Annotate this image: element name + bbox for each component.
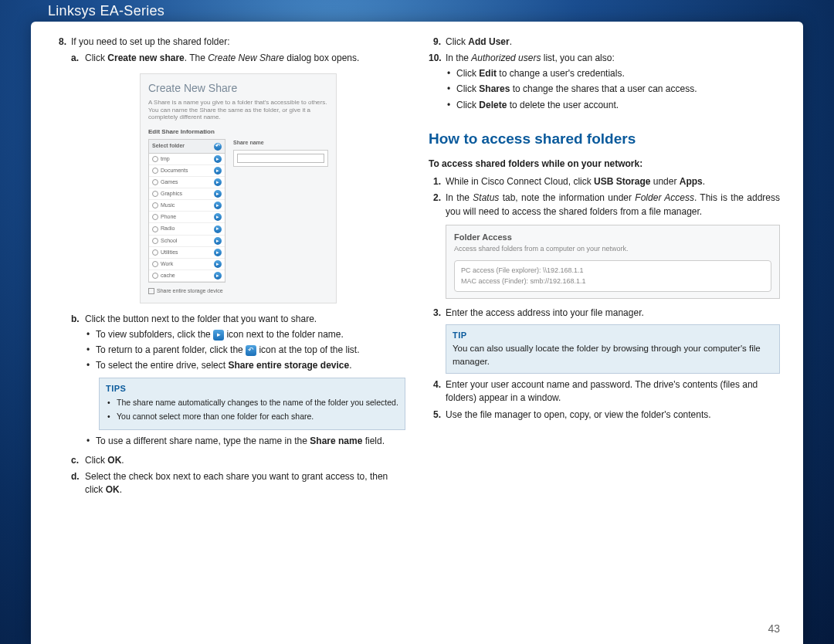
bullet-text: To select the entire drive, select — [96, 360, 228, 371]
parent-folder-icon: ↶ — [246, 345, 256, 356]
section-intro: To access shared folders while on your n… — [429, 158, 780, 171]
step-2-number: 2. — [429, 192, 446, 219]
step-1-number: 1. — [429, 175, 446, 188]
step-10-post: list, you can also: — [541, 53, 614, 63]
dialog-title: Create New Share — [148, 80, 328, 96]
bullet-text: to change the shares that a user can acc… — [510, 83, 697, 94]
document-page: 8. If you need to set up the shared fold… — [31, 22, 803, 644]
bullet-text: Click — [456, 68, 479, 79]
share-entire-checkbox — [148, 288, 154, 294]
expand-icon: ▸ — [214, 178, 222, 186]
step-8c-pre: Click — [85, 455, 107, 466]
page-header: Linksys EA-Series — [48, 3, 164, 19]
step-8a-number: a. — [71, 52, 85, 65]
s3-text: Enter the access address into your file … — [446, 307, 780, 320]
bullet-bold: Delete — [479, 100, 507, 110]
folder-access-box: Folder Access Access shared folders from… — [446, 225, 780, 299]
step-8a-italic: Create New Share — [208, 53, 284, 63]
bullet-bold: Edit — [479, 68, 497, 79]
s5-text: Use the file manager to open, copy, or v… — [446, 408, 780, 422]
bullet-bold: Share name — [310, 436, 362, 446]
step-10-pre: In the — [446, 53, 471, 63]
step-3-number: 3. — [429, 307, 446, 320]
folder-table: Select folder ↶ tmp▸ Documents▸ Games▸ G… — [148, 139, 225, 283]
right-column: 9. Click Add User. 10. In the Authorized… — [429, 36, 780, 629]
expand-icon: ▸ — [214, 213, 222, 221]
subfolder-icon: ▸ — [213, 330, 224, 341]
pc-access: PC access (File explorer): \\192.168.1.1 — [461, 266, 764, 276]
bullet-text: to delete the user account. — [507, 100, 619, 110]
folder-row: Radio — [161, 225, 175, 232]
bullet-text: To view subfolders, click the — [96, 329, 213, 340]
expand-icon: ▸ — [214, 237, 222, 245]
s1-bold2: Apps — [680, 176, 703, 187]
step-8c-post: . — [121, 455, 124, 466]
s2-italic2: Folder Access — [635, 192, 694, 203]
step-8c-number: c. — [71, 454, 85, 467]
step-8b-number: b. — [71, 313, 85, 450]
folder-row: tmp — [161, 155, 170, 163]
folder-row: School — [161, 237, 177, 245]
expand-icon: ▸ — [214, 167, 222, 175]
s1-bold: USB Storage — [594, 176, 650, 187]
step-4-number: 4. — [429, 378, 446, 405]
expand-icon: ▸ — [214, 225, 222, 233]
step-8a-pre: Click — [85, 53, 107, 63]
step-8d-pre: Select the check box next to each share … — [85, 471, 388, 495]
folder-row: Documents — [161, 167, 188, 175]
step-8-number: 8. — [54, 36, 71, 500]
bullet-text: Click — [456, 100, 479, 110]
step-8d-number: d. — [71, 470, 85, 497]
expand-icon: ▸ — [214, 260, 222, 268]
folder-access-sub: Access shared folders from a computer on… — [454, 244, 771, 254]
bullet-bold: Share entire storage device — [228, 360, 349, 371]
step-9-bold: Add User — [468, 36, 509, 47]
tips-box: TIPS The share name automatically change… — [99, 378, 405, 430]
bullet-bold: Shares — [479, 83, 510, 94]
page-number: 43 — [768, 622, 780, 635]
dialog-subtitle: A Share is a name you give to a folder t… — [148, 99, 328, 121]
s1-pre: While in Cisco Connect Cloud, click — [446, 176, 594, 187]
expand-icon: ▸ — [214, 202, 222, 209]
folder-row: cache — [161, 272, 175, 280]
step-8c-bold: OK — [107, 455, 121, 466]
expand-icon: ▸ — [214, 155, 222, 163]
expand-icon: ▸ — [214, 249, 222, 256]
s2-pre: In the — [446, 192, 473, 203]
bullet-text: icon next to the folder name. — [224, 329, 344, 340]
step-5-number: 5. — [429, 408, 446, 422]
step-8a-after: dialog box opens. — [284, 53, 359, 63]
bullet-text: . — [349, 360, 351, 371]
bullet-text: field. — [362, 436, 385, 446]
bullet-text: icon at the top of the list. — [256, 344, 359, 355]
section-heading: How to access shared folders — [429, 128, 780, 150]
mac-access: MAC access (Finder): smb://192.168.1.1 — [461, 276, 764, 287]
folder-row: Work — [161, 260, 173, 268]
folder-access-title: Folder Access — [454, 232, 771, 244]
share-entire-label: Share entire storage device — [157, 287, 223, 295]
step-9-pre: Click — [446, 36, 468, 47]
step-8a-bold: Create new share — [107, 53, 184, 63]
bullet-text: to change a user's credentials. — [497, 68, 625, 79]
bullet-text: To use a different share name, type the … — [96, 436, 310, 446]
select-folder-header: Select folder — [152, 142, 185, 150]
left-column: 8. If you need to set up the shared fold… — [54, 36, 405, 629]
step-9-number: 9. — [429, 36, 446, 49]
step-8d-post: . — [120, 484, 122, 495]
expand-icon: ▸ — [214, 190, 222, 198]
step-10-italic: Authorized users — [471, 53, 541, 63]
step-8d-bold: OK — [106, 484, 120, 495]
s4-text: Enter your user account name and passwor… — [446, 378, 780, 405]
folder-row: Utilities — [161, 249, 178, 256]
s2-italic: Status — [473, 192, 499, 203]
step-10-number: 10. — [429, 52, 446, 114]
folder-row: Graphics — [161, 190, 182, 198]
tip-item: You cannot select more than one folder f… — [106, 411, 398, 422]
tip-text: You can also usually locate the folder b… — [453, 342, 773, 368]
edit-share-label: Edit Share Information — [148, 127, 328, 137]
share-name-label: Share name — [233, 139, 328, 147]
s2-mid: tab, note the information under — [499, 192, 635, 203]
step-8a-post: . The — [185, 53, 208, 63]
expand-icon: ▸ — [214, 272, 222, 280]
bullet-text: Click — [456, 83, 479, 94]
